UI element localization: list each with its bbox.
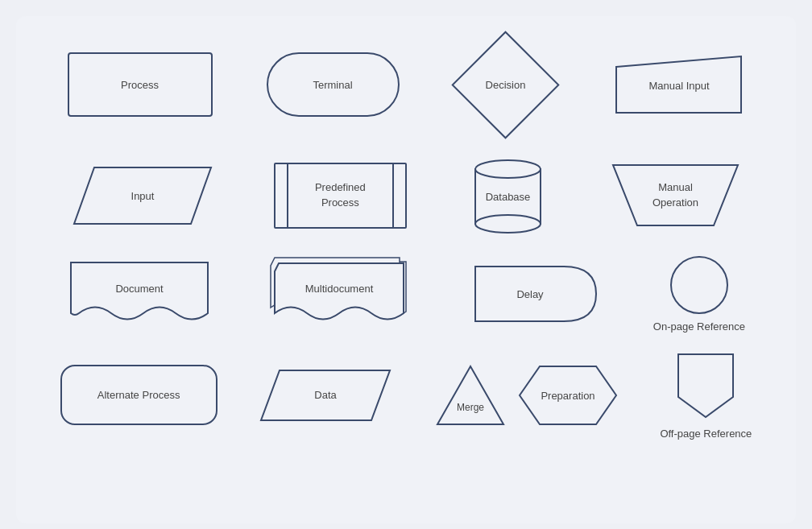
predefined-right-line — [392, 164, 394, 227]
svg-text:Multidocument: Multidocument — [305, 283, 374, 295]
row-2: Input PredefinedProcess Database — [40, 153, 772, 238]
svg-text:Input: Input — [130, 190, 154, 202]
predefined-left-line — [287, 164, 288, 227]
predefined-shape: PredefinedProcess — [274, 163, 407, 229]
data-cell: Data — [257, 366, 394, 424]
alternate-shape: Alternate Process — [60, 365, 218, 425]
offpage-text: Off-page Reference — [660, 428, 752, 440]
terminal-shape: Terminal — [267, 52, 400, 117]
predefined-text: PredefinedProcess — [315, 180, 366, 209]
svg-point-25 — [475, 160, 541, 178]
row-1: Process Terminal Decision Manual Input — [40, 32, 772, 137]
manual-op-shape: Manual Operation — [609, 161, 742, 229]
svg-text:Manual Input: Manual Input — [648, 80, 710, 92]
row-4: Alternate Process Data Merge — [40, 350, 772, 440]
multidoc-shape: Multidocument — [265, 254, 414, 334]
svg-marker-27 — [613, 165, 738, 225]
terminal-cell: Terminal — [267, 52, 400, 117]
input-shape: Input — [70, 163, 215, 228]
decision-wrapper: Decision — [454, 32, 558, 137]
svg-text:Preparation: Preparation — [541, 390, 595, 402]
decision-text: Decision — [486, 79, 526, 91]
svg-text:Delay: Delay — [516, 288, 544, 300]
svg-text:Merge: Merge — [457, 402, 484, 413]
decision-cell: Decision — [454, 32, 558, 137]
svg-text:Document: Document — [115, 283, 164, 295]
manual-op-cell: Manual Operation — [609, 161, 742, 229]
process-cell: Process — [68, 52, 213, 117]
delay-shape: Delay — [467, 262, 600, 325]
offpage-cell: Off-page Reference — [660, 350, 752, 440]
input-cell: Input — [70, 163, 215, 228]
database-cell: Database — [466, 153, 550, 238]
merge-prep-group: Merge Preparation — [433, 362, 620, 428]
svg-point-24 — [475, 215, 541, 233]
svg-text:Manual: Manual — [659, 181, 694, 193]
preparation-cell: Preparation — [516, 362, 620, 428]
terminal-text: Terminal — [313, 79, 352, 91]
multidoc-cell: Multidocument — [265, 254, 414, 334]
alternate-text: Alternate Process — [97, 389, 180, 401]
onpage-shape — [670, 256, 728, 314]
svg-text:Database: Database — [486, 191, 531, 203]
row-3: Document Multidocument Delay — [40, 254, 772, 334]
main-flowchart-canvas: Process Terminal Decision Manual Input — [16, 16, 796, 523]
predefined-cell: PredefinedProcess — [274, 163, 407, 229]
document-cell: Document — [67, 258, 212, 329]
preparation-shape: Preparation — [516, 362, 620, 428]
manual-input-shape: Manual Input — [612, 52, 745, 117]
document-shape: Document — [67, 258, 212, 329]
onpage-text: On-page Reference — [653, 320, 745, 333]
svg-marker-35 — [437, 366, 503, 424]
data-shape: Data — [257, 366, 394, 424]
svg-text:Operation: Operation — [652, 196, 698, 209]
alternate-cell: Alternate Process — [60, 365, 218, 425]
manual-input-cell: Manual Input — [612, 52, 745, 117]
onpage-cell: On-page Reference — [653, 256, 745, 333]
database-shape: Database — [466, 153, 550, 238]
process-shape: Process — [68, 52, 213, 117]
merge-shape: Merge — [433, 362, 508, 428]
offpage-shape — [674, 350, 737, 421]
process-text: Process — [121, 79, 159, 91]
svg-marker-39 — [678, 354, 733, 417]
svg-text:Data: Data — [314, 389, 337, 401]
delay-cell: Delay — [467, 262, 600, 325]
merge-cell: Merge — [433, 362, 508, 428]
